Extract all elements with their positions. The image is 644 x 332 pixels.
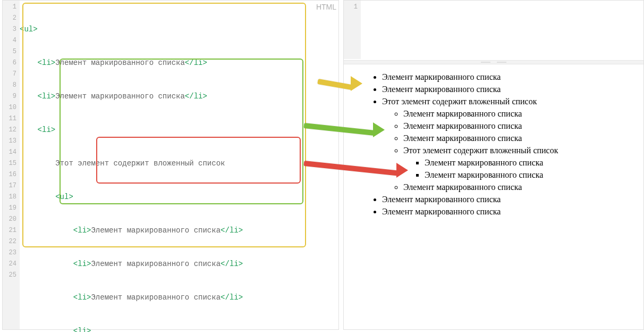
list-item-label: Этот элемент содержит вложенный список xyxy=(403,146,558,155)
code-line: <li> xyxy=(20,326,337,332)
code-line: <ul> xyxy=(20,24,337,35)
split-handle[interactable] xyxy=(344,60,643,64)
list-item: Элемент маркированного списка xyxy=(403,132,641,144)
list-level2: Элемент маркированного списка Элемент ма… xyxy=(382,107,641,193)
code-area[interactable]: <ul> <li>Элемент маркированного списка</… xyxy=(20,1,337,332)
list-item: Элемент маркированного списка xyxy=(382,205,641,218)
list-item: Этот элемент содержит вложенный список Э… xyxy=(403,144,641,181)
list-level3: Элемент маркированного списка Элемент ма… xyxy=(403,156,641,181)
list-item-label: Этот элемент содержит вложенный список xyxy=(382,97,537,106)
preview-panel: 1 Элемент маркированного списка Элемент … xyxy=(343,0,644,330)
list-item: Этот элемент содержит вложенный список Э… xyxy=(382,95,641,193)
code-line: <li>Элемент маркированного списка</li> xyxy=(20,225,337,236)
list-item: Элемент маркированного списка xyxy=(382,71,641,83)
code-line: <li> xyxy=(20,124,337,136)
source-panel: HTML 12345678910111213141516171819202122… xyxy=(2,0,339,330)
list-item: Элемент маркированного списка xyxy=(425,156,641,169)
code-line: <ul> xyxy=(20,192,337,203)
list-item: Элемент маркированного списка xyxy=(425,169,641,181)
list-item: Элемент маркированного списка xyxy=(403,107,641,120)
code-line: <li>Элемент маркированного списка</li> xyxy=(20,292,337,303)
list-item: Элемент маркированного списка xyxy=(382,193,641,205)
list-item: Элемент маркированного списка xyxy=(403,120,641,132)
code-line: Этот элемент содержит вложенный список xyxy=(20,158,337,169)
code-line: <li>Элемент маркированного списка</li> xyxy=(20,57,337,69)
list-item: Элемент маркированного списка xyxy=(403,181,641,193)
list-level1: Элемент маркированного списка Элемент ма… xyxy=(361,71,641,218)
line-gutter: 1234567891011121314151617181920212223242… xyxy=(3,1,20,329)
preview-line-number: 1 xyxy=(344,2,358,13)
workspace: HTML 12345678910111213141516171819202122… xyxy=(0,0,644,332)
preview-gutter: 1 xyxy=(344,1,361,59)
code-line: <li>Элемент маркированного списка</li> xyxy=(20,91,337,102)
preview-output: Элемент маркированного списка Элемент ма… xyxy=(361,71,641,218)
list-item: Элемент маркированного списка xyxy=(382,83,641,95)
code-line: <li>Элемент маркированного списка</li> xyxy=(20,259,337,270)
